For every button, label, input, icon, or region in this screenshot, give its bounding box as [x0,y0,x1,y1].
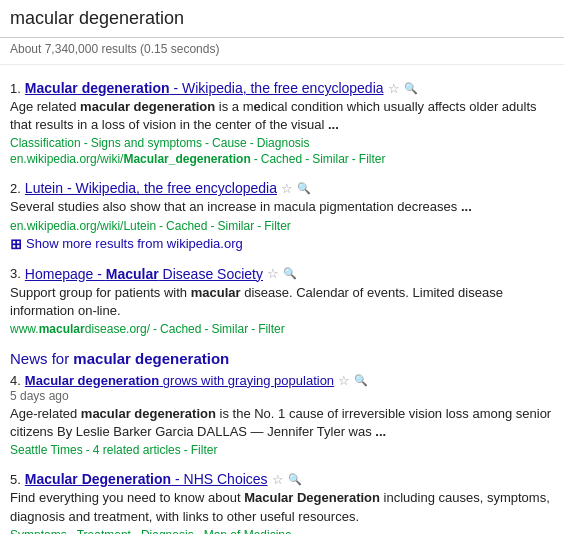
result-1-url: en.wikipedia.org/wiki/Macular_degenerati… [10,152,251,166]
news-section-title[interactable]: News for macular degeneration [10,350,554,367]
result-2-star[interactable]: ☆ [281,181,293,196]
news-4-magnify[interactable]: 🔍 [354,374,368,387]
plus-icon: ⊞ [10,236,22,252]
result-1-star[interactable]: ☆ [388,81,400,96]
results-count-text: About 7,340,000 results (0.15 seconds) [10,42,219,56]
result-1-magnify[interactable]: 🔍 [404,82,418,95]
news-4-snippet: Age-related macular degeneration is the … [10,405,554,441]
result-3-similar[interactable]: Similar [211,322,248,336]
result-3-cached[interactable]: Cached [160,322,201,336]
result-1-filter[interactable]: Filter [359,152,386,166]
result-1-similar[interactable]: Similar [312,152,349,166]
result-3-magnify[interactable]: 🔍 [283,267,297,280]
news-item-4: 4. Macular degeneration grows with grayi… [10,373,554,457]
result-2-cached[interactable]: Cached [166,219,207,233]
results-area: 1. Macular degeneration - Wikipedia, the… [0,65,564,534]
result-1-title-line: 1. Macular degeneration - Wikipedia, the… [10,80,554,96]
search-input[interactable] [10,8,554,29]
result-3-filter[interactable]: Filter [258,322,285,336]
result-2: 2. Lutein - Wikipedia, the free encyclop… [10,180,554,251]
result-1-link-signs[interactable]: Signs and symptoms [91,136,202,150]
result-1-cached[interactable]: Cached [261,152,302,166]
result-1-title[interactable]: Macular degeneration - Wikipedia, the fr… [25,80,384,96]
news-4-number: 4. [10,373,21,388]
result-2-url: en.wikipedia.org/wiki/Lutein [10,219,156,233]
result-5-title-line: 5. Macular Degeneration - NHS Choices ☆ … [10,471,554,487]
result-3-snippet: Support group for patients with macular … [10,284,554,320]
result-1-url-line: en.wikipedia.org/wiki/Macular_degenerati… [10,152,554,166]
news-4-star[interactable]: ☆ [338,373,350,388]
results-count: About 7,340,000 results (0.15 seconds) [0,38,564,65]
result-1-link-cause[interactable]: Cause [212,136,247,150]
result-5-link-map-of-medicine[interactable]: Map of Medicine [204,528,292,534]
result-5-meta-links: Symptoms - Treatment - Diagnosis - Map o… [10,528,554,534]
result-3-title-line: 3. Homepage - Macular Disease Society ☆ … [10,266,554,282]
result-3-url-line: www.maculardisease.org/ - Cached - Simil… [10,322,554,336]
result-3-title[interactable]: Homepage - Macular Disease Society [25,266,263,282]
result-5-snippet: Find everything you need to know about M… [10,489,554,525]
result-3-url: www.maculardisease.org/ [10,322,150,336]
result-5-link-symptoms[interactable]: Symptoms [10,528,67,534]
news-4-source-line: Seattle Times - 4 related articles - Fil… [10,443,554,457]
result-3-star[interactable]: ☆ [267,266,279,281]
news-4-filter[interactable]: Filter [191,443,218,457]
result-5-link-treatment[interactable]: Treatment [77,528,131,534]
result-5-title[interactable]: Macular Degeneration - NHS Choices [25,471,268,487]
result-2-filter[interactable]: Filter [264,219,291,233]
result-1-links: Classification - Signs and symptoms - Ca… [10,136,554,150]
result-1-link-classification[interactable]: Classification [10,136,81,150]
news-4-related[interactable]: 4 related articles [93,443,181,457]
news-4-time: 5 days ago [10,389,554,403]
result-5: 5. Macular Degeneration - NHS Choices ☆ … [10,471,554,534]
news-4-source: Seattle Times [10,443,83,457]
show-more-label[interactable]: Show more results from wikipedia.org [26,236,243,251]
result-1-number: 1. [10,81,21,96]
news-section: News for macular degeneration 4. Macular… [10,350,554,457]
result-2-similar[interactable]: Similar [217,219,254,233]
result-2-magnify[interactable]: 🔍 [297,182,311,195]
result-2-title-line: 2. Lutein - Wikipedia, the free encyclop… [10,180,554,196]
news-4-title[interactable]: Macular degeneration grows with graying … [25,373,334,388]
result-2-title[interactable]: Lutein - Wikipedia, the free encyclopedi… [25,180,277,196]
result-5-magnify[interactable]: 🔍 [288,473,302,486]
news-4-title-line: 4. Macular degeneration grows with grayi… [10,373,554,388]
result-5-link-diagnosis[interactable]: Diagnosis [141,528,194,534]
search-bar[interactable] [0,0,564,38]
result-3: 3. Homepage - Macular Disease Society ☆ … [10,266,554,336]
result-2-snippet: Several studies also show that an increa… [10,198,554,216]
result-5-number: 5. [10,472,21,487]
result-1-link-diagnosis[interactable]: Diagnosis [257,136,310,150]
result-2-url-line: en.wikipedia.org/wiki/Lutein - Cached - … [10,219,554,233]
show-more-wikipedia[interactable]: ⊞ Show more results from wikipedia.org [10,236,554,252]
result-1-snippet: Age related macular degeneration is a me… [10,98,554,134]
result-1: 1. Macular degeneration - Wikipedia, the… [10,80,554,166]
result-3-number: 3. [10,266,21,281]
result-2-number: 2. [10,181,21,196]
result-5-star[interactable]: ☆ [272,472,284,487]
